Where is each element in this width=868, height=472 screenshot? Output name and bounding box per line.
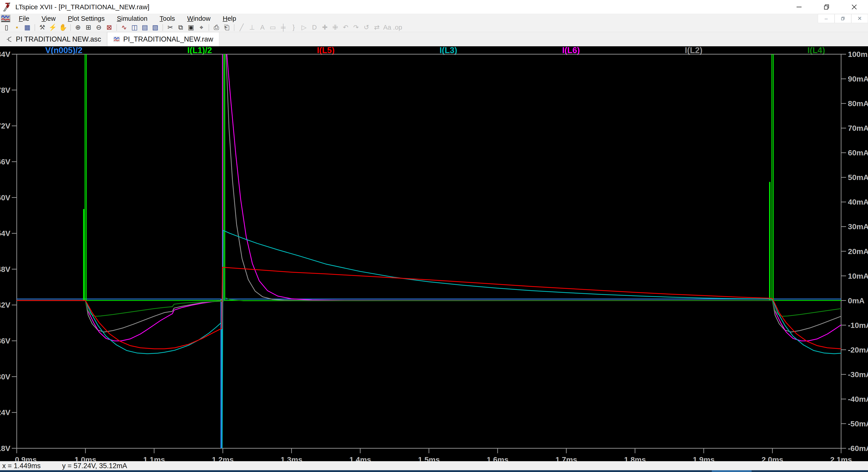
resistor-tool: ▭	[268, 23, 278, 32]
minimize-icon	[796, 4, 802, 10]
new-schematic-button[interactable]: ▯	[1, 23, 12, 32]
toolbar-separator	[234, 24, 235, 31]
undo-button: ↶	[340, 23, 351, 32]
mdi-window-controls: – ✕	[818, 14, 868, 23]
tile-vertical-button[interactable]: ▧	[150, 23, 160, 32]
trace-i-l6-[interactable]	[17, 52, 841, 341]
waveform-chart[interactable]: 84V78V72V66V60V54V48V42V36V30V24V18V100m…	[0, 46, 868, 461]
axis-tick-label: 54V	[0, 229, 10, 238]
restore-icon	[823, 4, 830, 10]
plot-border	[17, 54, 841, 448]
find-button[interactable]: ⌖	[196, 23, 207, 32]
toolbar-separator	[35, 24, 35, 31]
waveform-plot-area[interactable]: V(n005)/2I(L1)/2I(L5)I(L3)I(L6)I(L2)I(L4…	[0, 46, 868, 461]
menu-help[interactable]: Help	[217, 14, 242, 23]
minimize-button[interactable]	[785, 0, 813, 14]
toolbar-separator	[162, 24, 163, 31]
trace-v-n005-2[interactable]	[17, 299, 841, 460]
toolbar-separator	[116, 24, 117, 31]
menu-bar: FileViewPlot SettingsSimulationToolsWind…	[0, 14, 868, 23]
move-tool: ✚	[320, 23, 330, 32]
print-button[interactable]: ⎙	[211, 23, 221, 32]
axis-tick-label: 60V	[0, 193, 10, 202]
paste-button[interactable]: ▣	[186, 23, 196, 32]
axis-tick-label: 2.0ms	[762, 455, 783, 461]
component-tool: D	[309, 23, 320, 32]
trace-i-l2-[interactable]	[17, 52, 841, 332]
menu-file[interactable]: File	[13, 14, 35, 23]
mdi-minimize-button[interactable]: –	[818, 14, 835, 23]
schematic-pane-button[interactable]: ◫	[129, 23, 140, 32]
axis-tick-label: 0mA	[848, 296, 865, 305]
open-file-button[interactable]: ▪	[12, 23, 22, 32]
tile-horizontal-button[interactable]: ▤	[140, 23, 150, 32]
copy-button[interactable]: ⧉	[176, 23, 186, 32]
mdi-close-button[interactable]: ✕	[851, 14, 868, 23]
schematic-file-icon	[6, 36, 13, 43]
axis-tick-label: 10mA	[848, 272, 868, 280]
cursor-y-readout: y = 57.24V, 35.12mA	[62, 462, 127, 470]
taskbar-strip	[0, 470, 868, 472]
restore-button[interactable]	[813, 0, 840, 14]
axis-tick-label: 66V	[0, 158, 10, 166]
axis-tick-label: 36V	[0, 337, 10, 345]
axis-tick-label: 1.5ms	[418, 455, 440, 461]
menu-tools[interactable]: Tools	[153, 14, 181, 23]
axis-tick-label: 84V	[0, 50, 10, 59]
rotate-tool: ↺	[361, 23, 372, 32]
axis-tick-label: 42V	[0, 301, 10, 309]
menu-items: FileViewPlot SettingsSimulationToolsWind…	[13, 14, 242, 23]
axis-tick-label: 72V	[0, 122, 10, 130]
zoom-out-button[interactable]: ⊖	[94, 23, 104, 32]
waveform-pane-button[interactable]: ∿	[119, 23, 129, 32]
tab-waveform[interactable]: PI_TRADITIONAL_NEW.raw	[107, 32, 219, 46]
axis-tick-label: -60mA	[848, 444, 868, 452]
control-panel-button[interactable]: ⚒	[37, 23, 48, 32]
axis-tick-label: 30V	[0, 372, 10, 381]
axis-tick-label: -20mA	[848, 345, 868, 354]
tab-schematic[interactable]: PI TRADITIONAL NEW.asc	[0, 32, 107, 46]
ltspice-logo-icon	[2, 2, 12, 12]
tab-label: PI_TRADITIONAL_NEW.raw	[123, 35, 213, 43]
document-tabs: PI TRADITIONAL NEW.asc PI_TRADITIONAL_NE…	[0, 32, 868, 46]
toolbar-separator	[209, 24, 209, 31]
axis-tick-label: -30mA	[848, 370, 868, 379]
diode-tool: ▷	[299, 23, 309, 32]
tab-label: PI TRADITIONAL NEW.asc	[16, 35, 101, 43]
cut-button[interactable]: ✂	[165, 23, 176, 32]
axis-tick-label: 60mA	[848, 148, 868, 157]
zoom-in-button[interactable]: ⊕	[73, 23, 83, 32]
window-title: LTspice XVII - [PI_TRADITIONAL_NEW.raw]	[16, 3, 149, 11]
axis-tick-label: 1.3ms	[281, 455, 302, 461]
menu-simulation[interactable]: Simulation	[111, 14, 153, 23]
menu-view[interactable]: View	[35, 14, 62, 23]
drag-tool: ✙	[330, 23, 340, 32]
wire-tool: ╱	[237, 23, 247, 32]
status-bar: x = 1.449ms y = 57.24V, 35.12mA	[0, 461, 868, 470]
trace-i-l5-[interactable]	[17, 267, 841, 349]
menu-plot-settings[interactable]: Plot Settings	[62, 14, 111, 23]
title-bar: LTspice XVII - [PI_TRADITIONAL_NEW.raw]	[0, 0, 868, 14]
axis-tick-label: 0.9ms	[15, 455, 37, 461]
trace-i-l1-2[interactable]	[17, 52, 841, 301]
spice-directive-tool: .op	[393, 23, 403, 32]
capacitor-tool: ╪	[278, 23, 288, 32]
axis-tick-label: 1.2ms	[212, 455, 234, 461]
close-icon	[851, 4, 858, 10]
axis-tick-label: -10mA	[848, 321, 868, 330]
axis-tick-label: 2.1ms	[830, 455, 852, 461]
menu-window[interactable]: Window	[181, 14, 217, 23]
axis-tick-label: 1.0ms	[74, 455, 96, 461]
halt-button[interactable]: ✋	[58, 23, 68, 32]
trace-i-l4-[interactable]	[17, 52, 841, 316]
mdi-restore-icon	[841, 16, 845, 21]
trace-i-l3-[interactable]	[17, 230, 841, 453]
run-button[interactable]: ⚡	[48, 23, 58, 32]
close-button[interactable]	[840, 0, 868, 14]
zoom-region-button[interactable]: ⊞	[83, 23, 94, 32]
axis-tick-label: 20mA	[848, 247, 868, 256]
print-preview-button[interactable]: ⎗	[221, 23, 232, 32]
mdi-restore-button[interactable]	[835, 14, 851, 23]
zoom-extents-button[interactable]: ⊠	[104, 23, 114, 32]
save-button[interactable]: ▦	[22, 23, 33, 32]
